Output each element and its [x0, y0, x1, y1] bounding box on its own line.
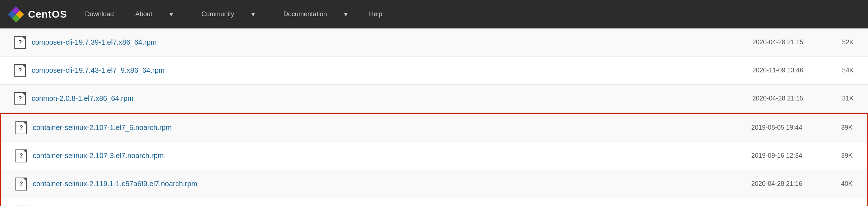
- about-dropdown-arrow: ▾: [162, 7, 180, 22]
- file-link[interactable]: composer-cli-19.7.39-1.el7.x86_64.rpm: [32, 38, 710, 46]
- file-link[interactable]: container-selinux-2.107-3.el7.noarch.rpm: [33, 152, 709, 160]
- nav-item-help[interactable]: Help: [362, 7, 389, 22]
- file-date: 2020-04-28 21:15: [710, 95, 803, 102]
- file-icon: ?: [15, 149, 27, 162]
- table-row: ? container-selinux-2.107-3.el7.noarch.r…: [1, 142, 867, 170]
- nav-link-download[interactable]: Download: [78, 7, 121, 22]
- nav-item-community[interactable]: Community ▾: [187, 3, 269, 26]
- file-icon: ?: [14, 92, 26, 105]
- table-row: ? composer-cli-19.7.43-1.el7_9.x86_64.rp…: [0, 57, 868, 85]
- nav-link-help[interactable]: Help: [362, 7, 389, 22]
- nav-item-documentation[interactable]: Documentation ▾: [269, 3, 362, 26]
- file-icon: ?: [15, 178, 27, 191]
- file-size: 52K: [825, 39, 854, 46]
- logo[interactable]: CentOS: [7, 6, 67, 23]
- file-link[interactable]: conmon-2.0.8-1.el7.x86_64.rpm: [32, 94, 710, 103]
- community-dropdown-arrow: ▾: [244, 7, 262, 22]
- file-date: 2020-04-28 21:16: [709, 180, 802, 188]
- table-row: ? container-selinux-2.107-1.el7_6.noarch…: [1, 114, 867, 142]
- nav-item-about[interactable]: About ▾: [121, 3, 187, 26]
- centos-logo-icon: [7, 6, 24, 23]
- navbar: CentOS Download About ▾ Community ▾ Docu…: [0, 0, 868, 28]
- table-row: ? conmon-2.0.8-1.el7.x86_64.rpm 2020-04-…: [0, 85, 868, 113]
- documentation-dropdown-arrow: ▾: [337, 7, 355, 22]
- nav-link-documentation[interactable]: Documentation ▾: [269, 3, 362, 26]
- file-link[interactable]: composer-cli-19.7.43-1.el7_9.x86_64.rpm: [32, 66, 710, 75]
- file-date: 2019-09-16 12:34: [709, 152, 802, 160]
- file-date: 2020-04-28 21:15: [710, 39, 803, 46]
- file-icon: ?: [15, 121, 27, 134]
- file-link[interactable]: container-selinux-2.119.1-1.c57a6f9.el7.…: [33, 180, 709, 188]
- file-icon: ?: [14, 64, 26, 77]
- highlighted-file-rows: ? container-selinux-2.107-1.el7_6.noarch…: [1, 114, 867, 206]
- nav-link-about[interactable]: About ▾: [121, 3, 187, 26]
- file-date: 2020-11-09 13:46: [710, 67, 803, 74]
- file-size: 54K: [825, 67, 854, 74]
- file-list: ? composer-cli-19.7.39-1.el7.x86_64.rpm …: [0, 28, 868, 206]
- file-link[interactable]: container-selinux-2.107-1.el7_6.noarch.r…: [33, 124, 709, 132]
- nav-item-download[interactable]: Download: [78, 7, 121, 22]
- nav-menu: Download About ▾ Community ▾ Documentati…: [78, 3, 389, 26]
- file-size: 39K: [824, 124, 853, 131]
- table-row: ? container-selinux-2.119.1-1.c57a6f9.el…: [1, 170, 867, 198]
- nav-link-community[interactable]: Community ▾: [187, 3, 269, 26]
- table-row: ? composer-cli-19.7.39-1.el7.x86_64.rpm …: [0, 28, 868, 57]
- file-size: 31K: [825, 95, 854, 102]
- file-icon: ?: [14, 36, 26, 49]
- file-size: 39K: [824, 152, 853, 160]
- highlighted-file-group: ? container-selinux-2.107-1.el7_6.noarch…: [0, 113, 868, 206]
- logo-text: CentOS: [28, 9, 67, 20]
- file-date: 2019-08-05 19:44: [709, 124, 802, 131]
- file-size: 40K: [824, 180, 853, 188]
- regular-file-rows: ? composer-cli-19.7.39-1.el7.x86_64.rpm …: [0, 28, 868, 113]
- table-row: ? container-selinux-2.119.2-1.911c772.el…: [1, 198, 867, 206]
